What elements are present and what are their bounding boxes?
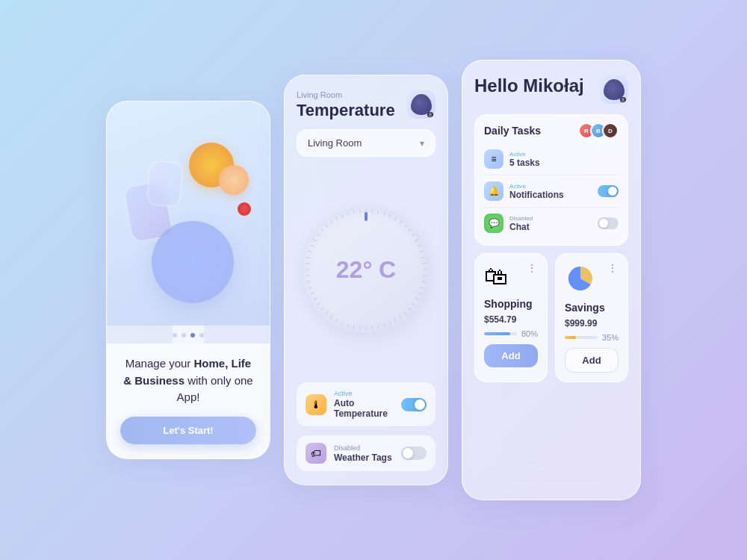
tick-mark: [423, 270, 427, 270]
daily-tasks-header: Daily Tasks R B D: [484, 122, 619, 139]
lets-start-button[interactable]: Let's Start!: [120, 417, 256, 444]
chat-icon: 💬: [484, 214, 503, 233]
onboarding-bottom: Manage your Home, Life & Business with o…: [107, 343, 270, 459]
shopping-progress-row: 80%: [484, 329, 538, 338]
dashboard-header: Hello Mikołaj 8: [474, 75, 628, 104]
shopping-progress-bg: [484, 332, 517, 335]
auto-temp-status: Active: [334, 390, 394, 397]
tick-mark: [421, 257, 425, 258]
tagline-bold: Home, Life & Business: [123, 357, 251, 387]
glass-card-right: [146, 160, 183, 208]
tick-mark: [383, 323, 385, 327]
five-tasks-row: ≡ Active 5 tasks: [484, 145, 619, 173]
tick-mark: [394, 217, 397, 221]
tick-mark: [317, 302, 320, 305]
tick-mark: [306, 270, 309, 270]
illustration-area: [107, 102, 270, 326]
tick-mark: [353, 325, 355, 329]
tick-mark: [408, 307, 411, 310]
screens-container: Manage your Home, Life & Business with o…: [91, 45, 656, 515]
weather-tags-toggle-row: 🏷 Disabled Weather Tags: [297, 435, 436, 471]
chat-row: 💬 Disabled Chat: [484, 209, 619, 237]
temperature-indicator: [365, 212, 368, 221]
tick-mark: [371, 209, 373, 213]
tick-mark: [418, 292, 421, 294]
pagination-dots: [173, 326, 204, 343]
tick-mark: [408, 228, 411, 231]
temperature-title: Temperature: [297, 101, 395, 120]
shopping-menu-dots[interactable]: ⋮: [527, 263, 538, 273]
peach-blob: [219, 165, 249, 195]
tick-mark: [388, 214, 391, 218]
toggle-knob-2: [403, 448, 413, 458]
savings-icon-area: ⋮: [565, 263, 619, 294]
savings-progress-bg: [565, 336, 598, 339]
tick-mark: [420, 287, 424, 288]
weather-tags-toggle[interactable]: [401, 447, 427, 460]
savings-menu-dots[interactable]: ⋮: [607, 263, 619, 273]
dot-4: [199, 333, 204, 337]
shopping-title: Shopping: [484, 298, 538, 310]
thermometer-icon: 🌡: [306, 394, 326, 415]
notifications-status: Active: [509, 183, 592, 190]
tasks-list-icon: ≡: [484, 149, 503, 169]
tick-mark: [399, 315, 402, 319]
dashboard-screen: Hello Mikołaj 8 Daily Tasks R B D ≡ Acti…: [462, 60, 641, 500]
tick-mark: [325, 224, 328, 227]
tick-mark: [347, 212, 348, 216]
savings-card: ⋮ Savings $999.99 35% Add: [555, 253, 628, 382]
red-dot-blob: [238, 202, 251, 216]
tick-mark: [359, 209, 361, 213]
notifications-name: Notifications: [509, 190, 592, 200]
tick-mark: [383, 212, 385, 216]
chat-info: Disabled Chat: [509, 215, 592, 232]
avatar-badge-dashboard: 8: [620, 97, 626, 102]
tick-mark: [330, 220, 333, 224]
shopping-amount: $554.79: [484, 314, 538, 325]
tick-mark: [377, 211, 379, 214]
savings-add-button[interactable]: Add: [565, 348, 619, 373]
pie-svg: [565, 263, 596, 294]
auto-temp-toggle[interactable]: [401, 398, 427, 411]
shopping-icon-area: 🛍 ⋮: [484, 263, 538, 290]
savings-progress-fill: [565, 336, 576, 339]
room-dropdown[interactable]: Living Room ▾: [297, 129, 436, 157]
toggle-knob: [415, 399, 425, 410]
tick-mark: [341, 321, 344, 325]
onboarding-screen: Manage your Home, Life & Business with o…: [106, 101, 270, 459]
chat-toggle-knob: [599, 219, 608, 228]
chat-toggle[interactable]: [598, 217, 619, 229]
notifications-info: Active Notifications: [509, 183, 592, 200]
daily-tasks-card: Daily Tasks R B D ≡ Active 5 tasks 🔔: [474, 114, 628, 246]
savings-title: Savings: [565, 302, 619, 314]
tick-mark: [418, 245, 421, 247]
thermostat-ring[interactable]: 22° C: [303, 206, 430, 333]
avatar-group: R B D: [578, 122, 619, 139]
tick-mark: [311, 245, 314, 247]
tasks-info: Active 5 tasks: [509, 151, 619, 168]
chat-status: Disabled: [509, 215, 592, 222]
tag-icon: 🏷: [306, 443, 326, 464]
onboarding-tagline: Manage your Home, Life & Business with o…: [120, 355, 256, 406]
auto-temp-info: Active Auto Temperature: [334, 390, 394, 419]
tick-mark: [330, 315, 333, 319]
tick-mark: [388, 321, 391, 325]
tick-mark: [307, 281, 311, 282]
user-avatar-temp[interactable]: 8: [407, 90, 436, 119]
shopping-bag-icon: 🛍: [484, 263, 508, 290]
daily-tasks-title: Daily Tasks: [484, 125, 541, 137]
savings-pie-chart: [565, 263, 596, 294]
temperature-title-area: Living Room Temperature: [297, 90, 395, 120]
notifications-toggle-knob: [608, 187, 617, 196]
notifications-toggle[interactable]: [598, 185, 619, 197]
tick-mark: [309, 287, 312, 288]
shopping-percent: 80%: [521, 329, 538, 338]
room-label: Living Room: [297, 90, 395, 99]
tick-mark: [421, 281, 425, 282]
tick-mark: [317, 234, 320, 237]
tick-mark: [403, 224, 406, 227]
greeting-title: Hello Mikołaj: [474, 75, 584, 96]
user-avatar-dashboard[interactable]: 8: [600, 75, 628, 104]
tick-mark: [415, 239, 419, 241]
shopping-add-button[interactable]: Add: [484, 344, 538, 367]
